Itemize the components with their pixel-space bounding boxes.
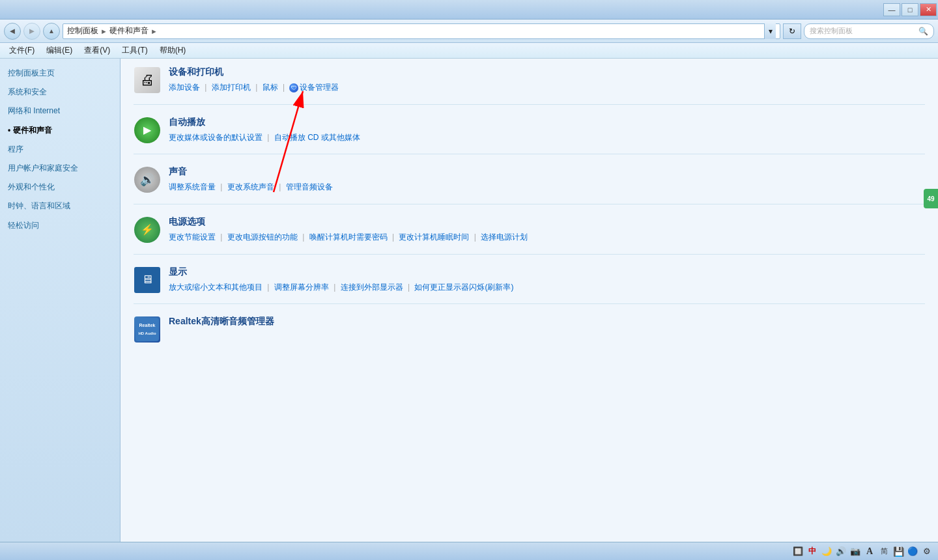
sep1: |: [205, 83, 206, 92]
add-printer-link[interactable]: 添加打印机: [212, 83, 251, 92]
zoom-text-link[interactable]: 放大或缩小文本和其他项目: [169, 283, 263, 292]
manage-audio-link[interactable]: 管理音频设备: [286, 182, 333, 191]
realtek-content: Realtek高清晰音频管理器: [169, 316, 925, 330]
taskbar-icon-circle[interactable]: 🔵: [907, 546, 918, 557]
category-sound: 🔊 声音 调整系统音量 | 更改系统声音 | 管理音频设备: [134, 166, 925, 204]
change-energy-settings-link[interactable]: 更改节能设置: [169, 232, 216, 242]
sidebar-item-programs[interactable]: 程序: [0, 140, 120, 159]
autoplay-title[interactable]: 自动播放: [169, 117, 925, 128]
taskbar-icon-a[interactable]: A: [864, 546, 875, 557]
resolution-link[interactable]: 调整屏幕分辨率: [274, 283, 329, 292]
taskbar-icon-camera[interactable]: 📷: [849, 546, 861, 557]
close-button[interactable]: ✕: [920, 3, 937, 16]
sidebar-item-clock[interactable]: 时钟、语言和区域: [0, 197, 120, 216]
mouse-link[interactable]: 鼠标: [263, 83, 278, 92]
devices-icon: 🖨: [134, 66, 161, 94]
path-separator-2: ►: [150, 27, 158, 35]
sep4: |: [267, 133, 269, 142]
taskbar-icon-1[interactable]: 🔲: [792, 546, 804, 557]
change-sleep-time-link[interactable]: 更改计算机睡眠时间: [399, 232, 469, 242]
category-realtek: Realtek HD Audio Realtek高清晰音频管理器: [134, 316, 925, 352]
sep5: |: [220, 182, 222, 191]
sound-title[interactable]: 声音: [169, 166, 925, 178]
sidebar-item-home[interactable]: 控制面板主页: [0, 64, 120, 83]
float-button[interactable]: 49: [924, 189, 938, 208]
change-media-defaults-link[interactable]: 更改媒体或设备的默认设置: [169, 133, 263, 142]
menu-help[interactable]: 帮助(H): [154, 44, 192, 57]
display-content: 显示 放大或缩小文本和其他项目 | 调整屏幕分辨率 | 连接到外部显示器 | 如…: [169, 266, 925, 295]
taskbar-icon-simplified[interactable]: 简: [878, 546, 890, 557]
shield-icon: 🛡: [289, 83, 298, 92]
autoplay-links: 更改媒体或设备的默认设置 | 自动播放 CD 或其他媒体: [169, 131, 925, 145]
devices-title[interactable]: 设备和打印机: [169, 66, 925, 78]
minimize-button[interactable]: —: [883, 3, 900, 16]
path-dropdown-button[interactable]: ▾: [764, 23, 776, 39]
change-power-button-link[interactable]: 更改电源按钮的功能: [227, 232, 298, 242]
autoplay-cd-link[interactable]: 自动播放 CD 或其他媒体: [274, 133, 360, 142]
power-title-link[interactable]: 电源选项: [169, 216, 205, 227]
menubar: 文件(F) 编辑(E) 查看(V) 工具(T) 帮助(H): [0, 43, 938, 59]
devices-content: 设备和打印机 添加设备 | 添加打印机 | 鼠标 | 🛡 设备管理器: [169, 66, 925, 95]
wakeup-password-link[interactable]: 唤醒计算机时需要密码: [309, 232, 388, 242]
refresh-button[interactable]: ↻: [783, 23, 801, 39]
sidebar-item-hardware[interactable]: 硬件和声音: [0, 121, 120, 140]
sep12: |: [334, 283, 335, 292]
sep3: |: [283, 83, 285, 92]
main-layout: 控制面板主页 系统和安全 网络和 Internet 硬件和声音 程序 用户帐户和…: [0, 59, 938, 542]
display-links: 放大或缩小文本和其他项目 | 调整屏幕分辨率 | 连接到外部显示器 | 如何更正…: [169, 281, 925, 295]
menu-tools[interactable]: 工具(T): [117, 44, 152, 57]
realtek-title[interactable]: Realtek高清晰音频管理器: [169, 316, 925, 328]
path-root[interactable]: 控制面板: [67, 25, 98, 36]
sidebar-item-network[interactable]: 网络和 Internet: [0, 102, 120, 120]
content-area: 🖨 设备和打印机 添加设备 | 添加打印机 | 鼠标 | 🛡 设备管理器: [121, 59, 938, 542]
forward-button[interactable]: ►: [23, 23, 40, 40]
realtek-icon-img: Realtek HD Audio: [134, 316, 160, 343]
taskbar-icon-gear[interactable]: ⚙: [921, 546, 933, 557]
sidebar-item-appearance[interactable]: 外观和个性化: [0, 178, 120, 197]
taskbar-icon-speaker[interactable]: 🔊: [835, 546, 847, 557]
sidebar-item-security[interactable]: 系统和安全: [0, 83, 120, 102]
external-display-link[interactable]: 连接到外部显示器: [341, 283, 403, 292]
display-title-link[interactable]: 显示: [169, 266, 187, 277]
up-button[interactable]: ▲: [43, 23, 60, 40]
autoplay-title-link[interactable]: 自动播放: [169, 117, 205, 127]
menu-edit[interactable]: 编辑(E): [41, 44, 78, 57]
sep13: |: [408, 283, 410, 292]
sidebar-item-users[interactable]: 用户帐户和家庭安全: [0, 159, 120, 178]
category-display: 🖥 显示 放大或缩小文本和其他项目 | 调整屏幕分辨率 | 连接到外部显示器 |…: [134, 266, 925, 305]
device-manager-link[interactable]: 设备管理器: [300, 81, 339, 95]
power-icon: ⚡: [134, 216, 161, 244]
sidebar-item-ease[interactable]: 轻松访问: [0, 216, 120, 235]
category-devices: 🖨 设备和打印机 添加设备 | 添加打印机 | 鼠标 | 🛡 设备管理器: [134, 66, 925, 105]
autoplay-content: 自动播放 更改媒体或设备的默认设置 | 自动播放 CD 或其他媒体: [169, 117, 925, 145]
autoplay-icon-img: ▶: [134, 117, 160, 143]
adjust-volume-link[interactable]: 调整系统音量: [169, 182, 216, 191]
change-sounds-link[interactable]: 更改系统声音: [227, 182, 274, 191]
sound-title-link[interactable]: 声音: [169, 166, 187, 176]
taskbar-icon-save[interactable]: 💾: [892, 546, 904, 557]
sep8: |: [302, 232, 304, 242]
taskbar-icon-moon[interactable]: 🌙: [821, 546, 832, 557]
titlebar: — □ ✕: [0, 0, 938, 20]
power-title[interactable]: 电源选项: [169, 216, 925, 228]
menu-view[interactable]: 查看(V): [79, 44, 115, 57]
refresh-rate-link[interactable]: 如何更正显示器闪烁(刷新率): [414, 283, 513, 292]
power-links: 更改节能设置 | 更改电源按钮的功能 | 唤醒计算机时需要密码 | 更改计算机睡…: [169, 231, 925, 245]
devices-links: 添加设备 | 添加打印机 | 鼠标 | 🛡 设备管理器: [169, 81, 925, 95]
taskbar-icon-chinese[interactable]: 中: [806, 546, 818, 557]
add-device-link[interactable]: 添加设备: [169, 83, 200, 92]
search-box[interactable]: 搜索控制面板 🔍: [804, 23, 934, 39]
back-button[interactable]: ◄: [4, 23, 21, 40]
sep2: |: [255, 83, 257, 92]
display-icon-img: 🖥: [134, 267, 160, 293]
power-content: 电源选项 更改节能设置 | 更改电源按钮的功能 | 唤醒计算机时需要密码 | 更…: [169, 216, 925, 245]
select-power-plan-link[interactable]: 选择电源计划: [481, 232, 528, 242]
realtek-title-link[interactable]: Realtek高清晰音频管理器: [169, 316, 274, 326]
maximize-button[interactable]: □: [902, 3, 918, 16]
menu-file[interactable]: 文件(F): [4, 44, 40, 57]
devices-title-link[interactable]: 设备和打印机: [169, 66, 223, 77]
sep6: |: [279, 182, 281, 191]
display-title[interactable]: 显示: [169, 266, 925, 278]
svg-text:HD Audio: HD Audio: [138, 331, 156, 335]
taskbar: 🔲 中 🌙 🔊 📷 A 简 💾 🔵 ⚙: [0, 542, 938, 560]
